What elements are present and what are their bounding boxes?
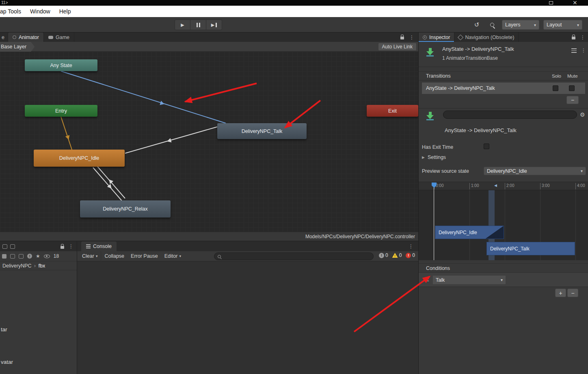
context-menu-icon[interactable]: ⋮ [581, 48, 586, 53]
tab-navigation-obsolete[interactable]: Navigation (Obsolete) [454, 33, 519, 42]
step-button[interactable]: ▶ [206, 20, 222, 30]
chevron-down-icon: ▾ [577, 169, 583, 173]
editor-dropdown[interactable]: Editor ▾ [161, 251, 184, 261]
error-count-badge[interactable]: ! 0 [406, 252, 415, 258]
chevron-down-icon: ▾ [179, 254, 181, 258]
info-icon: ! [379, 253, 384, 258]
chevron-down-icon: ▾ [96, 254, 98, 258]
transition-timeline-ruler[interactable]: 0:00 1:00 2:00 3:00 4:00 [419, 182, 588, 190]
tab-animator[interactable]: Animator [8, 33, 44, 42]
tab-console[interactable]: Console [81, 241, 117, 251]
model-icon[interactable] [10, 254, 15, 259]
preview-source-state-dropdown[interactable]: DeliveryNPC_Idle ▾ [484, 167, 586, 175]
search-icon [490, 23, 494, 27]
collapse-button[interactable]: Collapse [101, 251, 128, 261]
animator-status-bar: Models/NPCs/DeliveryNPC/DeliveryNPC.cont… [0, 232, 418, 241]
console-search-box[interactable] [214, 252, 374, 260]
remove-condition-button[interactable]: − [567, 289, 578, 297]
timeline-bar-talk[interactable]: DeliveryNPC_Talk [486, 242, 575, 255]
remove-transition-button[interactable]: − [566, 96, 579, 104]
transition-entry-idle[interactable] [61, 117, 72, 150]
layout-dropdown[interactable]: Layout ▾ [543, 20, 582, 30]
panel-menu-icon[interactable]: ⋮ [409, 244, 413, 249]
transition-idle-relax[interactable] [93, 167, 122, 201]
animator-icon [13, 35, 16, 39]
pause-button[interactable] [190, 20, 206, 30]
settings-foldout[interactable]: ▶ Settings [422, 154, 446, 160]
add-condition-button[interactable]: + [555, 289, 566, 297]
clear-button[interactable]: Clear ▾ [79, 251, 101, 261]
transition-title: AnyState -> DeliveryNPC_Talk [442, 46, 514, 52]
title-bar: 11> × [0, 0, 588, 6]
filter-icon[interactable] [2, 254, 6, 259]
condition-parameter-dropdown[interactable]: Talk ▾ [432, 275, 506, 285]
transition-name-field[interactable] [443, 111, 577, 119]
playmode-controls: ▶ ▶ [175, 20, 222, 30]
transition-end-marker-icon[interactable]: ◀ [494, 183, 497, 187]
state-entry[interactable]: Entry [25, 105, 97, 117]
project-item-partial[interactable]: vatar [1, 359, 13, 365]
has-exit-time-checkbox[interactable] [484, 144, 489, 149]
console-search-input[interactable] [223, 254, 370, 259]
visibility-eye-icon[interactable] [44, 254, 50, 258]
drag-handle-icon[interactable] [424, 278, 429, 281]
menu-help[interactable]: Help [55, 8, 76, 15]
menu-tools[interactable]: ap Tools [0, 8, 26, 15]
warning-count-badge[interactable]: ! 0 [392, 252, 402, 258]
panel-menu-icon[interactable]: ⋮ [580, 35, 585, 40]
timeline-bar-idle[interactable]: DeliveryNPC_Idle [435, 226, 504, 239]
info-count-badge[interactable]: ! 0 [379, 252, 388, 258]
play-button[interactable]: ▶ [175, 20, 190, 30]
presets-icon[interactable] [571, 48, 577, 53]
game-icon [48, 36, 53, 39]
panel-menu-icon[interactable]: ⋮ [409, 35, 414, 40]
project-tab-icon[interactable] [2, 244, 7, 249]
timeline-tick: 3:00 [542, 183, 549, 188]
close-window-icon[interactable]: × [573, 0, 577, 6]
material-icon[interactable] [19, 254, 24, 259]
warning-filter-icon[interactable]: ! [27, 254, 32, 259]
layout-label: Layout [547, 22, 562, 28]
lock-icon[interactable] [61, 246, 64, 249]
toolbar-right-controls: ↺ Layers ▾ Layout ▾ [471, 20, 582, 30]
auto-live-link-button[interactable]: Auto Live Link [378, 43, 417, 51]
error-pause-button[interactable]: Error Pause [128, 251, 161, 261]
state-exit[interactable]: Exit [367, 105, 418, 117]
transition-talk-idle[interactable] [125, 127, 217, 153]
breadcrumb-leaf[interactable]: fbx [39, 263, 45, 269]
timeline-playhead-line [434, 187, 434, 260]
menu-window[interactable]: Window [26, 8, 55, 15]
transition-lines [0, 52, 418, 232]
mute-checkbox[interactable] [569, 85, 575, 91]
state-deliverynpc-idle[interactable]: DeliveryNPC_Idle [34, 150, 125, 167]
animator-graph[interactable]: Any State Entry Exit DeliveryNPC_Talk De… [0, 52, 418, 232]
gear-icon[interactable]: ⚙ [580, 111, 585, 118]
breadcrumb-base-layer[interactable]: Base Layer [0, 42, 35, 52]
transition-timeline[interactable]: DeliveryNPC_Idle DeliveryNPC_Talk [419, 190, 588, 260]
state-any-state[interactable]: Any State [25, 59, 97, 71]
chevron-down-icon: ▾ [573, 23, 579, 27]
visible-count: 18 [54, 253, 59, 259]
tab-scene-partial[interactable]: e [0, 33, 8, 42]
lock-icon[interactable] [572, 37, 575, 39]
state-deliverynpc-talk[interactable]: DeliveryNPC_Talk [217, 123, 307, 139]
tab-inspector[interactable]: Inspector [419, 33, 454, 42]
animator-transition-icon [425, 48, 435, 57]
console-toolbar: Clear ▾ Collapse Error Pause Editor ▾ ! … [77, 251, 418, 261]
solo-checkbox[interactable] [553, 85, 558, 91]
project-item-list: tar vatar atar [0, 270, 77, 373]
animator-breadcrumb-bar: Base Layer Auto Live Link [0, 42, 418, 52]
project-tab-icon[interactable] [10, 244, 15, 249]
layers-dropdown[interactable]: Layers ▾ [502, 20, 539, 30]
search-button[interactable] [486, 20, 498, 30]
version-history-icon[interactable]: ↺ [471, 20, 482, 30]
transition-list-row[interactable]: AnyState -> DeliveryNPC_Talk [422, 83, 585, 94]
favorites-star-icon[interactable]: ★ [36, 253, 40, 259]
project-item-partial[interactable]: tar [1, 326, 7, 333]
tab-game[interactable]: Game [44, 33, 74, 42]
panel-menu-icon[interactable]: ⋮ [69, 244, 74, 249]
breadcrumb-root[interactable]: DeliveryNPC [2, 263, 32, 269]
state-deliverynpc-relax[interactable]: DeliveryNPC_Relax [80, 200, 171, 217]
restore-window-icon[interactable] [549, 1, 553, 4]
lock-icon[interactable] [400, 37, 404, 39]
